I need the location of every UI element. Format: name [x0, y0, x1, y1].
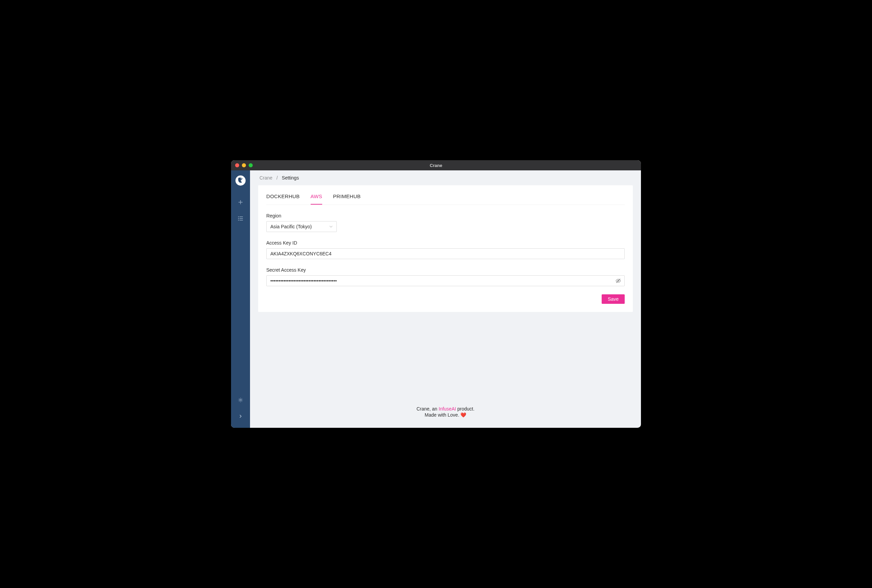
plus-icon — [238, 200, 243, 205]
secret-key-field: Secret Access Key — [266, 267, 625, 286]
breadcrumb: Crane / Settings — [250, 170, 641, 185]
chevron-right-icon — [239, 414, 243, 418]
footer-line2: Made with Love. — [425, 412, 461, 418]
traffic-lights — [235, 163, 253, 167]
sidebar-expand-button[interactable] — [231, 408, 250, 424]
toggle-visibility-button[interactable] — [615, 278, 621, 284]
gear-icon — [238, 397, 243, 403]
svg-line-12 — [616, 279, 620, 283]
breadcrumb-current: Settings — [282, 175, 299, 180]
tabs: DOCKERHUB AWS PRIMEHUB — [266, 194, 625, 205]
window-title: Crane — [430, 163, 443, 168]
svg-point-7 — [239, 217, 239, 217]
svg-point-10 — [240, 399, 242, 401]
sidebar — [231, 170, 250, 428]
eye-slash-icon — [615, 278, 621, 284]
footer-link[interactable]: InfuseAI — [439, 406, 456, 411]
footer: Crane, an InfuseAI product. Made with Lo… — [250, 399, 641, 428]
crane-logo-icon — [235, 175, 246, 186]
app-body: Crane / Settings DOCKERHUB AWS PRIMEHUB … — [231, 170, 641, 428]
svg-point-9 — [239, 220, 239, 220]
close-button[interactable] — [235, 163, 239, 167]
access-key-input[interactable] — [266, 248, 625, 259]
list-icon — [238, 216, 243, 221]
region-label: Region — [266, 213, 625, 219]
region-field: Region Asia Pacific (Tokyo) — [266, 213, 625, 232]
button-row: Save — [266, 294, 625, 304]
sidebar-settings-button[interactable] — [231, 392, 250, 408]
secret-key-label: Secret Access Key — [266, 267, 625, 273]
access-key-field: Access Key ID — [266, 240, 625, 259]
chevron-down-icon — [329, 224, 333, 229]
region-select[interactable]: Asia Pacific (Tokyo) — [266, 221, 337, 232]
titlebar: Crane — [231, 160, 641, 170]
tab-primehub[interactable]: PRIMEHUB — [333, 194, 361, 205]
tab-dockerhub[interactable]: DOCKERHUB — [266, 194, 300, 205]
breadcrumb-root[interactable]: Crane — [260, 175, 272, 180]
footer-prefix: Crane, an — [416, 406, 438, 411]
heart-icon: ❤️ — [461, 412, 466, 418]
secret-key-input[interactable] — [266, 275, 625, 286]
access-key-label: Access Key ID — [266, 240, 625, 246]
svg-point-1 — [241, 178, 242, 180]
content-area: Crane / Settings DOCKERHUB AWS PRIMEHUB … — [250, 170, 641, 428]
settings-card: DOCKERHUB AWS PRIMEHUB Region Asia Pacif… — [258, 185, 633, 312]
minimize-button[interactable] — [242, 163, 246, 167]
footer-suffix: product. — [456, 406, 474, 411]
app-logo[interactable] — [235, 175, 246, 186]
breadcrumb-separator: / — [276, 175, 278, 180]
save-button[interactable]: Save — [602, 294, 625, 304]
sidebar-list-button[interactable] — [231, 210, 250, 226]
region-value: Asia Pacific (Tokyo) — [270, 224, 312, 229]
maximize-button[interactable] — [249, 163, 253, 167]
sidebar-add-button[interactable] — [231, 194, 250, 210]
app-window: Crane — [231, 160, 641, 428]
tab-aws[interactable]: AWS — [311, 194, 323, 205]
